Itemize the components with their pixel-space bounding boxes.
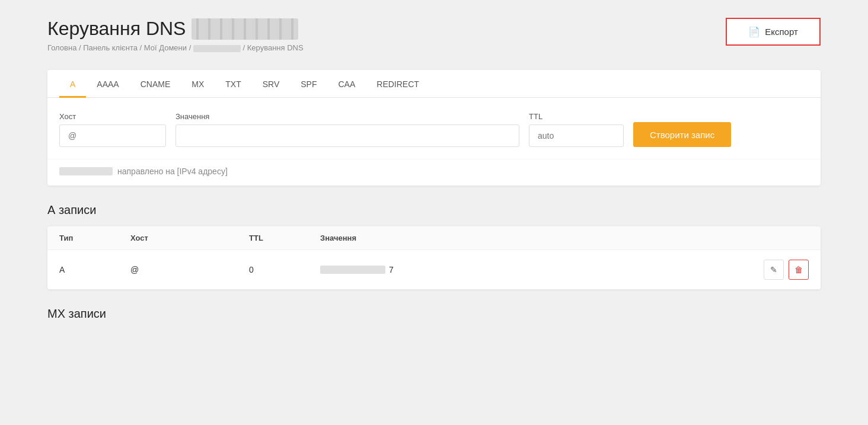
delete-record-button[interactable]: 🗑 (789, 260, 809, 280)
tab-CAA[interactable]: CAA (328, 70, 366, 98)
dns-form-card: A AAAA CNAME MX TXT SRV SPF CAA REDIRECT… (47, 70, 821, 186)
a-records-title: А записи (47, 203, 821, 217)
a-records-section: А записи Тип Хост TTL Значення A @ 0 7 ✎ (47, 203, 821, 289)
ttl-field-group: TTL (529, 112, 624, 147)
record-value: 7 (320, 265, 749, 274)
record-actions: ✎ 🗑 (749, 260, 809, 280)
ip-blur (59, 167, 113, 175)
host-field-group: Хост (59, 112, 166, 147)
record-value-suffix: 7 (389, 265, 394, 274)
record-type-tabs: A AAAA CNAME MX TXT SRV SPF CAA REDIRECT (47, 70, 821, 98)
export-button[interactable]: 📄 Експорт (726, 18, 821, 46)
value-input[interactable] (175, 124, 519, 147)
col-host: Хост (130, 234, 249, 242)
col-type: Тип (59, 234, 130, 242)
host-label: Хост (59, 112, 166, 121)
table-row: A @ 0 7 ✎ 🗑 (47, 250, 821, 289)
tab-REDIRECT[interactable]: REDIRECT (366, 70, 430, 98)
export-icon: 📄 (748, 26, 760, 37)
value-label: Значення (175, 112, 519, 121)
tab-SPF[interactable]: SPF (290, 70, 327, 98)
tab-CNAME[interactable]: CNAME (130, 70, 181, 98)
mx-records-title: МХ записи (47, 307, 821, 321)
ttl-input[interactable] (529, 124, 624, 147)
record-ttl: 0 (249, 265, 320, 274)
record-form: Хост Значення TTL Створити запис (47, 98, 821, 159)
value-ip-blur (320, 266, 385, 274)
info-row: направлено на [IPv4 адресу] (47, 159, 821, 186)
tab-TXT[interactable]: TXT (215, 70, 251, 98)
record-type: A (59, 265, 130, 274)
tab-AAAA[interactable]: AAAA (86, 70, 129, 98)
page-title: Керування DNS (47, 18, 304, 40)
tab-MX[interactable]: MX (181, 70, 215, 98)
domain-crumb-blur (193, 45, 241, 52)
tab-A[interactable]: A (59, 70, 86, 98)
host-input[interactable] (59, 124, 166, 147)
col-ttl: TTL (249, 234, 320, 242)
ttl-label: TTL (529, 112, 624, 121)
col-value: Значення (320, 234, 749, 242)
a-records-table: Тип Хост TTL Значення A @ 0 7 ✎ 🗑 (47, 226, 821, 289)
tab-SRV[interactable]: SRV (252, 70, 291, 98)
table-header: Тип Хост TTL Значення (47, 226, 821, 250)
edit-record-button[interactable]: ✎ (764, 260, 784, 280)
breadcrumb: Головна / Панель клієнта / Мої Домени / … (47, 43, 304, 52)
record-host: @ (130, 265, 249, 274)
mx-records-section: МХ записи (47, 307, 821, 321)
create-record-button[interactable]: Створити запис (633, 122, 731, 147)
col-actions (749, 234, 809, 242)
domain-name-blur (192, 18, 298, 40)
value-field-group: Значення (175, 112, 519, 147)
title-section: Керування DNS Головна / Панель клієнта /… (47, 18, 304, 52)
